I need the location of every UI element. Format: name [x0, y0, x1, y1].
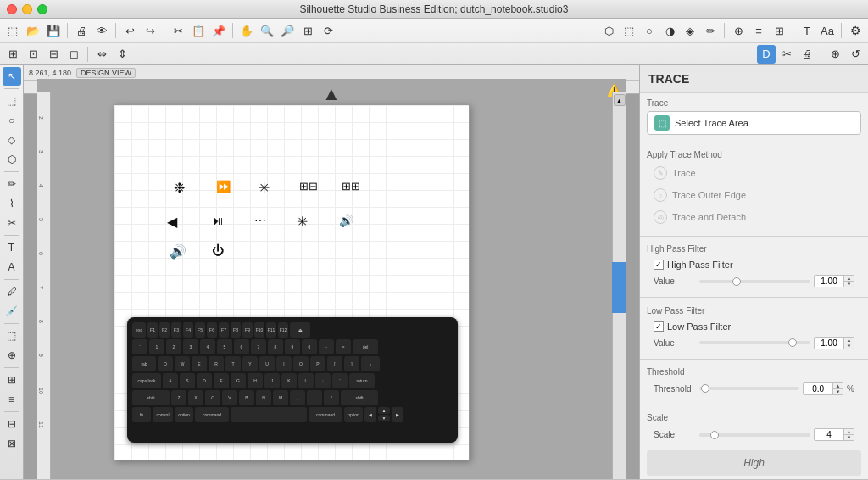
align-tool[interactable]: ≡ [749, 21, 768, 40]
eyedropper-tool[interactable]: 💉 [3, 302, 21, 321]
copy-button[interactable]: 📋 [189, 21, 208, 40]
shape-tool[interactable]: ⬡ [599, 21, 618, 40]
print-view-btn[interactable]: 🖨 [798, 45, 816, 64]
minimize-button[interactable] [22, 4, 32, 14]
media-tool[interactable]: ⬚ [3, 327, 21, 345]
open-button[interactable]: 📂 [24, 21, 42, 40]
scale-step-up[interactable]: ▲ [844, 429, 854, 435]
trace-button[interactable]: ✎ Trace [647, 163, 861, 183]
send-tool[interactable]: ⊠ [3, 434, 21, 453]
canvas-viewport[interactable]: 2 3 4 5 6 7 8 9 10 11 ▲ ⚠️ ❉ [37, 79, 626, 479]
high-pass-value-row: Value 1.00 ▲ ▼ [647, 272, 861, 290]
replicate-tool[interactable]: ⊞ [770, 21, 788, 40]
weld-tool[interactable]: ⊕ [3, 346, 21, 365]
high-pass-checkbox[interactable]: ✓ [654, 260, 664, 270]
scale-value-text[interactable]: 4 [815, 429, 843, 440]
trace-outer-edge-button[interactable]: ○ Trace Outer Edge [647, 185, 861, 205]
high-pass-thumb[interactable] [732, 277, 741, 286]
draw-ellipse-tool[interactable]: ○ [3, 111, 21, 130]
scroll-up-arrow[interactable]: ▲ [322, 83, 341, 105]
zoom-fit-btn[interactable]: ⊕ [826, 45, 844, 64]
scroll-up-btn[interactable]: ▲ [614, 94, 626, 106]
draw-diamond-tool[interactable]: ◇ [3, 131, 21, 149]
print-button[interactable]: 🖨 [72, 21, 91, 40]
high-pass-value-text[interactable]: 1.00 [815, 276, 843, 287]
snap-btn[interactable]: ◻ [64, 45, 83, 64]
high-pass-stepper[interactable]: ▲ ▼ [843, 276, 854, 287]
maximize-button[interactable] [37, 4, 47, 14]
pen-tool[interactable]: ✏ [701, 21, 720, 40]
group-tool[interactable]: ⊞ [3, 371, 21, 389]
draw-rect-tool[interactable]: ⬚ [3, 92, 21, 110]
stroke-tool[interactable]: ○ [640, 21, 659, 40]
text-tool-left[interactable]: T [3, 238, 21, 257]
mirror-btn[interactable]: ⇔ [92, 45, 111, 64]
vertical-scrollbar[interactable]: ▲ [612, 92, 626, 479]
select-trace-area-button[interactable]: ⬚ Select Trace Area [647, 111, 861, 135]
new-button[interactable]: ⬚ [3, 21, 22, 40]
view-btn-2[interactable]: ⊡ [24, 45, 42, 64]
sep-6 [724, 23, 725, 38]
undo-button[interactable]: ↩ [120, 21, 139, 40]
font-tool[interactable]: Aa [818, 21, 837, 40]
redo-button[interactable]: ↪ [141, 21, 159, 40]
low-pass-thumb[interactable] [788, 338, 797, 347]
fit-button[interactable]: ⊞ [298, 21, 317, 40]
draw-polygon-tool[interactable]: ⬡ [3, 150, 21, 169]
scroll-thumb[interactable] [612, 262, 626, 313]
high-pass-slider[interactable] [699, 280, 810, 283]
view-btn-1[interactable]: ⊞ [3, 45, 22, 64]
threshold-thumb[interactable] [701, 384, 709, 393]
low-pass-step-up[interactable]: ▲ [844, 338, 854, 343]
cut-view-btn[interactable]: ✂ [777, 45, 796, 64]
design-view-btn[interactable]: D [757, 45, 776, 64]
pan-button[interactable]: ✋ [237, 21, 256, 40]
save-button[interactable]: 💾 [44, 21, 63, 40]
library-tool[interactable]: ≡ [3, 390, 21, 409]
flip-btn[interactable]: ⇕ [113, 45, 131, 64]
select-tool[interactable]: ↖ [3, 67, 21, 86]
close-button[interactable] [7, 4, 17, 14]
scale-row: Scale 4 ▲ ▼ [647, 426, 861, 444]
fill-tool-left[interactable]: 🖊 [3, 282, 21, 301]
gradient-tool[interactable]: ◑ [660, 21, 679, 40]
threshold-step-down[interactable]: ▼ [833, 389, 843, 394]
grid-btn[interactable]: ⊟ [44, 45, 63, 64]
fill-tool[interactable]: ⬚ [620, 21, 638, 40]
transform-tool[interactable]: ⊕ [729, 21, 748, 40]
scissors-tool[interactable]: ✂ [3, 214, 21, 232]
low-pass-value-text[interactable]: 1.00 [815, 338, 843, 349]
node-tool[interactable]: ◈ [681, 21, 699, 40]
zoom-in-button[interactable]: 🔍 [258, 21, 276, 40]
trace-detach-button[interactable]: ◎ Trace and Detach [647, 207, 861, 227]
zoom-out-button[interactable]: 🔎 [278, 21, 297, 40]
canvas-area[interactable]: 8.261, 4.180 DESIGN VIEW 5 6 7 8 9 10 11… [24, 65, 639, 479]
pencil-tool[interactable]: ✏ [3, 175, 21, 193]
arrange-tool[interactable]: ⊟ [3, 415, 21, 433]
text-tool[interactable]: T [798, 21, 816, 40]
text-arc-tool[interactable]: A [3, 258, 21, 276]
canvas-icon-sparkle: ❉ [174, 180, 185, 196]
high-pass-step-up[interactable]: ▲ [844, 276, 854, 282]
scale-slider[interactable] [699, 433, 810, 437]
threshold-value-text[interactable]: 0.0 [804, 383, 832, 394]
bezier-tool[interactable]: ⌇ [3, 194, 21, 213]
scale-thumb[interactable] [710, 431, 719, 439]
low-pass-step-down[interactable]: ▼ [844, 343, 854, 349]
low-pass-stepper[interactable]: ▲ ▼ [843, 338, 854, 349]
cut-button[interactable]: ✂ [169, 21, 187, 40]
low-pass-checkbox[interactable]: ✓ [654, 321, 664, 332]
paste-button[interactable]: 📌 [209, 21, 228, 40]
threshold-stepper[interactable]: ▲ ▼ [832, 383, 843, 394]
threshold-step-up[interactable]: ▲ [833, 383, 843, 389]
rotate-ccw-btn[interactable]: ↺ [846, 45, 865, 64]
scale-stepper[interactable]: ▲ ▼ [843, 429, 854, 440]
preview-button[interactable]: 👁 [92, 21, 111, 40]
low-pass-slider[interactable] [699, 341, 810, 344]
high-pass-value-input: 1.00 ▲ ▼ [814, 275, 854, 287]
high-pass-step-down[interactable]: ▼ [844, 282, 854, 287]
settings-icon[interactable]: ⚙ [846, 21, 865, 40]
scale-step-down[interactable]: ▼ [844, 435, 854, 440]
threshold-slider[interactable] [699, 387, 799, 390]
rotate-button[interactable]: ⟳ [319, 21, 337, 40]
